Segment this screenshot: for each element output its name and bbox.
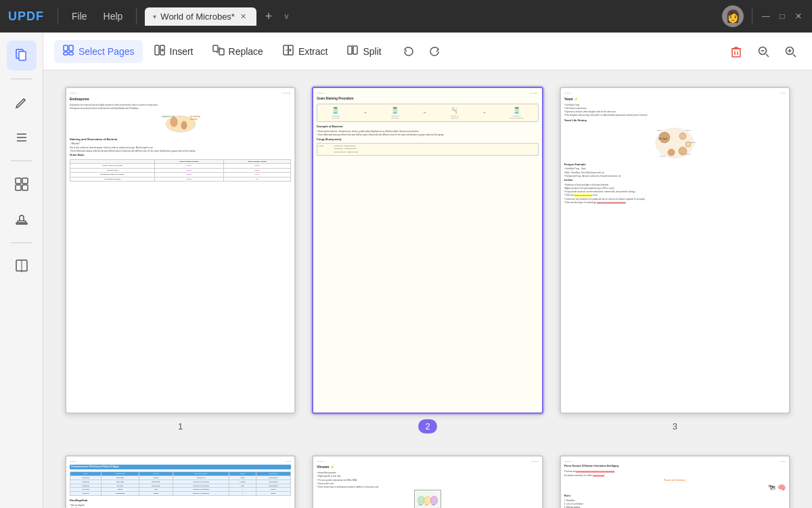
app-logo: UPDF: [8, 9, 44, 24]
sidebar-item-outline[interactable]: [7, 123, 37, 152]
svg-text:diploid: diploid: [657, 129, 662, 131]
toolbar-right: [725, 41, 801, 62]
extract-label: Extract: [298, 46, 328, 57]
svg-rect-6: [22, 178, 28, 184]
extract-button[interactable]: Extract: [274, 40, 336, 63]
minimize-button[interactable]: —: [761, 11, 771, 22]
tab-label: World of Microbes*: [160, 12, 235, 22]
zoom-out-button[interactable]: [752, 41, 774, 62]
svg-text:Life Cycle: Life Cycle: [658, 137, 668, 140]
page-item-5[interactable]: Chapter 4 VIRUSES Viruses ⚡ • Intracellu…: [312, 455, 543, 508]
insert-button[interactable]: Insert: [145, 40, 202, 63]
pages-icon: [14, 47, 30, 64]
page-item-3[interactable]: Chapter 1 FUNGI Yeast ⚡ • Unicellular Fu…: [560, 87, 790, 433]
svg-point-39: [181, 121, 187, 129]
title-divider-3: [752, 8, 752, 24]
page-number-1: 1: [171, 419, 189, 433]
select-pages-label: Select Pages: [78, 46, 135, 57]
sidebar-divider-3: [11, 242, 32, 243]
title-bar-right: 👩 — □ ✕: [722, 5, 804, 27]
insert-icon: [154, 44, 166, 59]
page-item-6[interactable]: Chapter 5 FUNGI Prions Disease Of Human …: [560, 455, 790, 508]
svg-text:bacteria: bacteria: [190, 118, 198, 121]
page-number-3: 3: [666, 419, 684, 433]
new-tab-button[interactable]: +: [259, 7, 278, 26]
active-tab[interactable]: ▾ World of Microbes* ✕: [145, 7, 256, 26]
svg-point-55: [418, 496, 424, 505]
select-pages-icon: [62, 44, 74, 59]
svg-rect-1: [19, 51, 26, 60]
svg-point-57: [430, 496, 437, 505]
rotate-right-button[interactable]: [424, 41, 445, 62]
rotate-left-icon: [402, 45, 415, 58]
rotate-left-button[interactable]: [398, 41, 420, 62]
tab-area: ▾ World of Microbes* ✕ + ∨: [145, 7, 717, 26]
sidebar-item-book[interactable]: [7, 251, 37, 281]
page-grid-container[interactable]: Chapter 1 BACTERIA Endospores Endospores…: [43, 70, 812, 508]
main-area: Select Pages Insert: [0, 33, 812, 508]
page-thumb-4[interactable]: Chapter 4 ALGAE Characteristics Of Selec…: [65, 455, 296, 508]
split-label: Split: [363, 46, 381, 57]
svg-text:Haploid: Haploid: [690, 142, 696, 144]
left-sidebar: [0, 33, 43, 508]
svg-rect-24: [348, 46, 352, 54]
page-thumb-6[interactable]: Chapter 5 FUNGI Prions Disease Of Human …: [560, 455, 790, 508]
menu-help[interactable]: Help: [98, 8, 129, 24]
svg-text:vegetative cell: vegetative cell: [162, 115, 175, 118]
outline-icon: [14, 129, 30, 146]
page-thumb-2[interactable]: Chapter 1 BACTERIA Gram Staining Procedu…: [312, 87, 543, 414]
select-pages-button[interactable]: Select Pages: [54, 40, 143, 63]
sidebar-divider-1: [11, 79, 32, 79]
rotate-right-icon: [428, 45, 441, 58]
svg-point-56: [424, 496, 431, 505]
close-button[interactable]: ✕: [793, 11, 804, 22]
sidebar-item-pages[interactable]: [7, 41, 37, 70]
delete-button[interactable]: [725, 41, 747, 62]
tab-dropdown-icon[interactable]: ▾: [153, 13, 156, 20]
zoom-in-button[interactable]: [780, 41, 801, 62]
page-thumb-1[interactable]: Chapter 1 BACTERIA Endospores Endospores…: [65, 87, 296, 414]
maximize-button[interactable]: □: [777, 11, 788, 22]
content-area: Select Pages Insert: [43, 33, 812, 508]
svg-text:animal: animal: [432, 505, 435, 505]
page-thumb-3[interactable]: Chapter 1 FUNGI Yeast ⚡ • Unicellular Fu…: [560, 87, 790, 414]
layout-icon: [14, 176, 30, 192]
tab-close-button[interactable]: ✕: [239, 12, 248, 21]
title-divider: [58, 8, 58, 24]
toolbar: Select Pages Insert: [43, 33, 812, 70]
page-item-2[interactable]: Chapter 1 BACTERIA Gram Staining Procedu…: [312, 87, 543, 433]
zoom-out-icon: [757, 45, 770, 58]
svg-point-46: [679, 133, 686, 140]
svg-line-34: [793, 54, 796, 57]
svg-rect-7: [16, 185, 21, 190]
svg-text:Spores: Spores: [685, 129, 692, 131]
svg-rect-16: [155, 45, 159, 55]
stamp-icon: [14, 211, 30, 228]
replace-button[interactable]: Replace: [204, 40, 271, 63]
page-number-2: 2: [418, 419, 436, 433]
sidebar-item-layout[interactable]: [7, 169, 37, 199]
extract-icon: [282, 44, 294, 59]
page-item-1[interactable]: Chapter 1 BACTERIA Endospores Endospores…: [65, 87, 296, 433]
page-thumb-5[interactable]: Chapter 4 VIRUSES Viruses ⚡ • Intracellu…: [312, 455, 543, 508]
svg-rect-15: [69, 52, 73, 55]
svg-rect-14: [64, 52, 68, 55]
tabs-overflow-button[interactable]: ∨: [284, 12, 290, 21]
svg-rect-10: [16, 223, 27, 224]
svg-point-38: [171, 117, 177, 127]
sidebar-item-annotate[interactable]: [7, 87, 37, 117]
title-bar: UPDF File Help ▾ World of Microbes* ✕ + …: [0, 0, 812, 33]
svg-rect-13: [69, 45, 73, 51]
user-avatar[interactable]: 👩: [722, 5, 744, 27]
split-button[interactable]: Split: [338, 40, 389, 63]
sidebar-divider-2: [11, 161, 32, 161]
svg-rect-20: [213, 45, 218, 51]
menu-file[interactable]: File: [66, 8, 93, 24]
replace-icon: [212, 44, 225, 59]
page-item-4[interactable]: Chapter 4 ALGAE Characteristics Of Selec…: [65, 455, 296, 508]
zoom-in-icon: [784, 45, 797, 58]
annotate-icon: [14, 94, 30, 110]
split-icon: [346, 44, 359, 59]
replace-label: Replace: [229, 46, 263, 57]
sidebar-item-stamp[interactable]: [7, 205, 37, 234]
